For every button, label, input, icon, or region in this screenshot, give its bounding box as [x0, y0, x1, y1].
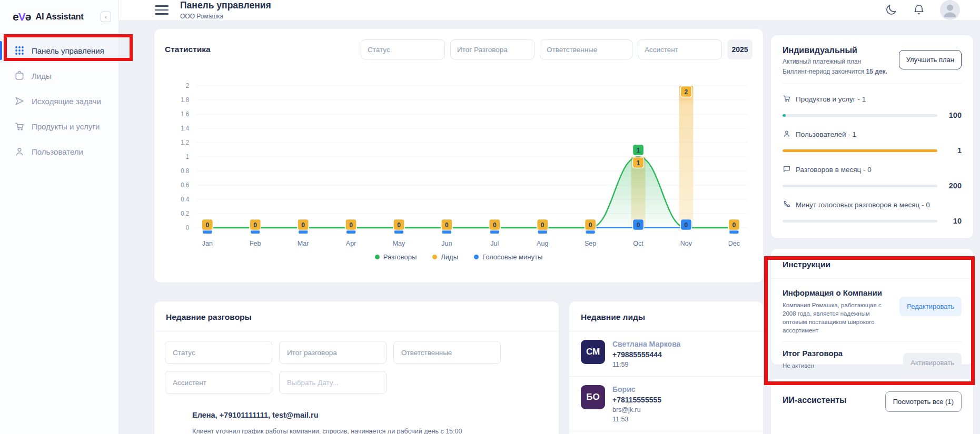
svg-text:0: 0 [349, 221, 353, 228]
sidebar-item-users[interactable]: Пользователи [0, 139, 118, 164]
meter-label: Разговоров в месяц - 0 [796, 166, 872, 174]
dark-mode-toggle[interactable] [884, 3, 898, 17]
filter-conversation-result[interactable]: Итог разговора [279, 341, 387, 364]
filter-status[interactable]: Статус [361, 39, 445, 59]
app-title: AI Assistant [35, 12, 83, 22]
recent-leads-card: Недавние лиды СМ Светлана Маркова +79885… [569, 301, 763, 434]
lead-info: Борис +78115555555 brs@jk.ru 11:53 [612, 385, 661, 423]
lead-list-item[interactable]: БО Борис +78115555555 brs@jk.ru 11:53 [569, 377, 763, 431]
sidebar-collapse-button[interactable]: ‹ [101, 12, 111, 22]
conversation-snippet: Клиент уточнил график работы компании, с… [192, 427, 548, 434]
svg-text:Mar: Mar [298, 239, 309, 247]
meter-label: Минут голосовых разговоров в месяц - 0 [796, 201, 930, 209]
cart-icon [783, 94, 791, 104]
grid-icon [14, 45, 25, 56]
meter-users: Пользователей - 1 1 [783, 129, 962, 155]
legend-dot [474, 255, 479, 259]
user-icon [14, 146, 25, 157]
conversation-contact: Елена, +79101111111, test@mail.ru [192, 411, 548, 419]
sidebar-item-outbound-tasks[interactable]: Исходящие задачи [0, 88, 118, 114]
app-root: eVə AI Assistant ‹ Панель управления Лид… [0, 0, 980, 434]
instruction-section-status: Не активен [783, 361, 843, 370]
svg-text:Jan: Jan [202, 239, 213, 247]
phone-icon [783, 200, 791, 210]
svg-text:0: 0 [685, 221, 688, 228]
sidebar-item-label: Лиды [32, 72, 52, 80]
legend-item[interactable]: Голосовые минуты [474, 253, 542, 261]
meter-limit: 200 [946, 181, 962, 190]
meter-voice-minutes: Минут голосовых разговоров в месяц - 0 1… [783, 200, 962, 225]
filter-assistant[interactable]: Ассистент [638, 39, 722, 59]
sidebar-item-products[interactable]: Продукты и услуги [0, 114, 118, 139]
conversation-list-item[interactable]: Елена, +79101111111, test@mail.ru Клиент… [192, 411, 548, 434]
chart-legend: РазговорыЛидыГолосовые минуты [165, 253, 753, 261]
menu-toggle-button[interactable] [155, 5, 169, 15]
user-avatar[interactable] [940, 0, 960, 20]
svg-text:Aug: Aug [537, 239, 548, 247]
filter-conversation-result[interactable]: Итог Разговора [450, 39, 534, 59]
avatar-person-icon [940, 0, 960, 20]
sidebar-logo-row: eVə AI Assistant ‹ [0, 0, 118, 34]
sidebar-item-label: Продукты и услуги [32, 122, 100, 131]
recent-conversations-card: Недавние разговоры Статус Итог разговора… [154, 301, 559, 434]
plan-billing-date: 15 дек. [866, 68, 887, 75]
svg-text:0: 0 [589, 221, 592, 228]
plan-texts: Индивидуальный Активный платежный план Б… [783, 46, 887, 75]
lead-info: Светлана Маркова +79885555444 11:59 [612, 340, 680, 368]
sidebar-item-label: Исходящие задачи [32, 97, 101, 106]
send-icon [14, 96, 25, 106]
svg-text:Feb: Feb [250, 239, 261, 247]
bottom-row: Недавние разговоры Статус Итог разговора… [154, 301, 763, 434]
svg-text:0.6: 0.6 [181, 181, 189, 188]
recent-conversations-title: Недавние разговоры [154, 301, 559, 331]
lead-list-item[interactable]: СМ Светлана Маркова +79885555444 11:59 [569, 331, 763, 377]
notifications-button[interactable] [912, 3, 926, 17]
svg-text:0.2: 0.2 [181, 210, 189, 217]
lead-time: 11:53 [612, 416, 661, 423]
year-selector[interactable]: 2025 [727, 39, 753, 59]
date-picker-input[interactable]: Выбрать Дату... [279, 371, 387, 394]
chat-icon [783, 165, 791, 175]
edit-button[interactable]: Редактировать [899, 297, 962, 316]
filter-status[interactable]: Статус [165, 341, 272, 364]
svg-text:0: 0 [541, 221, 545, 228]
svg-text:0: 0 [186, 224, 190, 231]
chart-area: 00.20.40.60.811.21.41.61.820Jan0Feb0Mar0… [165, 71, 753, 250]
svg-text:1.8: 1.8 [181, 96, 189, 103]
svg-text:Jun: Jun [441, 239, 452, 247]
lead-avatar: СМ [581, 340, 605, 364]
view-all-assistants-button[interactable]: Посмотреть все (1) [885, 391, 962, 412]
meter-limit: 100 [946, 111, 962, 119]
lead-avatar: БО [581, 385, 605, 409]
leads-icon [14, 70, 25, 81]
filter-responsible[interactable]: Ответственные [540, 39, 632, 59]
ai-assistants-card: ИИ-ассистенты Посмотреть все (1) [771, 379, 973, 434]
svg-text:1.2: 1.2 [181, 139, 189, 146]
plan-name: Индивидуальный [783, 46, 887, 55]
svg-text:0: 0 [637, 221, 640, 228]
svg-text:Sep: Sep [585, 239, 596, 247]
sidebar-item-dashboard[interactable]: Панель управления [0, 38, 118, 63]
activate-button[interactable]: Активировать [903, 353, 962, 372]
sidebar-item-leads[interactable]: Лиды [0, 63, 118, 88]
instruction-conversation-result: Итог Разговора Не активен Активировать [783, 341, 962, 379]
app-logo: eVə [13, 11, 31, 23]
filter-responsible[interactable]: Ответственные [393, 341, 501, 364]
svg-text:0: 0 [732, 221, 736, 228]
lead-name: Борис [612, 385, 661, 393]
legend-item[interactable]: Разговоры [375, 253, 417, 261]
filter-assistant[interactable]: Ассистент [165, 371, 272, 394]
statistics-chart: 00.20.40.60.811.21.41.61.820Jan0Feb0Mar0… [165, 71, 753, 250]
plan-billing-text: Биллинг-период закончится [783, 68, 866, 75]
legend-item[interactable]: Лиды [432, 253, 458, 261]
instructions-title: Инструкции [771, 249, 973, 278]
recent-leads-title: Недавние лиды [569, 301, 763, 331]
meter-conversations: Разговоров в месяц - 0 200 [783, 165, 962, 190]
legend-dot [375, 255, 380, 259]
content: Статистика Статус Итог Разговора Ответст… [119, 21, 980, 434]
plan-status: Активный платежный план [783, 58, 887, 65]
svg-text:Jul: Jul [490, 239, 499, 247]
cart-icon [14, 121, 25, 132]
upgrade-plan-button[interactable]: Улучшить план [899, 50, 962, 69]
svg-text:0: 0 [397, 221, 401, 228]
